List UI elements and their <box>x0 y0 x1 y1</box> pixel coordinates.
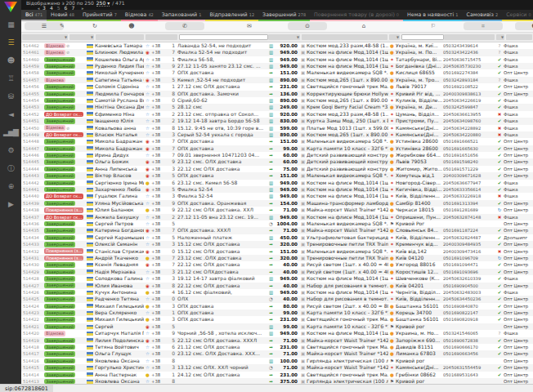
client-phone[interactable]: +38 <box>151 125 168 131</box>
table-row[interactable]: 514422 Завершений Михаил Гилецький ● +38… <box>21 316 533 323</box>
client-phone[interactable]: +38 <box>151 261 168 268</box>
client-phone[interactable]: +38 <box>151 145 168 152</box>
table-row[interactable]: 514456 Завершений Соломія Сідоніна ☆ +38… <box>21 83 533 90</box>
client-phone[interactable]: +38 <box>151 49 168 56</box>
table-row[interactable]: 514462 Відмова⊘ Каневська Тамара ... ☆ +… <box>21 42 533 49</box>
client-phone[interactable]: +38 <box>151 104 168 110</box>
client-phone[interactable]: +38 <box>151 220 168 227</box>
table-row[interactable]: 514418 Завершений Тетяна Войтович ☆ +38 … <box>21 344 533 350</box>
table-row[interactable]: 514427 Завершений Юлия Иванова ◉ +38 8 2… <box>21 283 533 289</box>
finance-icon[interactable]: ♖ <box>0 69 21 87</box>
client-phone[interactable]: +38 <box>151 241 168 247</box>
table-row[interactable]: 514432 Повернення (з... Станіслав Стрижа… <box>21 248 533 255</box>
status-tab[interactable]: Всі 471 <box>21 10 47 21</box>
table-row[interactable]: 514452 ДО Возврат ск... Єфименко Ніна ☆ … <box>21 111 533 118</box>
client-phone[interactable]: +38 <box>151 138 168 145</box>
client-phone[interactable]: +38 <box>151 111 168 118</box>
table-row[interactable]: 514457 Відмова Сапегина Татьяна С... ◉ +… <box>21 77 533 83</box>
table-row[interactable]: 514448 Завершений Микола Бадражан ◉ +38 … <box>21 138 533 145</box>
client-phone[interactable]: +38 <box>151 158 168 165</box>
client-phone[interactable]: +38 <box>151 56 168 63</box>
info-icon[interactable]: ⓘ <box>0 159 21 177</box>
column-filter[interactable]: ▼ <box>22 34 68 40</box>
marketing-icon[interactable]: ◄ <box>0 105 21 123</box>
client-phone[interactable]: +38 <box>151 77 168 83</box>
clients-icon[interactable]: ☻ <box>0 51 21 69</box>
dashboard-icon[interactable]: ▦ <box>0 16 21 33</box>
status-tab[interactable]: Нема в наявності 1 <box>403 10 462 21</box>
client-phone[interactable]: +38 <box>151 180 168 186</box>
payment-icon[interactable]: ⊙ <box>288 22 327 30</box>
status-tab[interactable]: Відправлений 12 <box>205 10 258 21</box>
client-phone[interactable]: +38 <box>151 186 168 193</box>
status-tab[interactable]: Прийнятий 7 <box>78 10 121 21</box>
table-row[interactable]: 514415 Завершений Горгулько Христина... … <box>21 364 533 371</box>
column-filter[interactable]: ▼ <box>268 34 300 40</box>
table-row[interactable]: 514429 Завершений Надія Мерзаєва ☆ +38 3… <box>21 269 533 275</box>
client-phone[interactable]: +38 <box>151 303 168 310</box>
table-row[interactable]: 514449 ДО Возврат ск... Власюк Наталья ☆… <box>21 131 533 138</box>
client-phone[interactable]: +38 <box>151 152 168 158</box>
client-phone[interactable]: +38 <box>151 372 168 378</box>
edit-icon[interactable]: ✎ <box>57 22 67 30</box>
table-row[interactable]: 514455 Завершений Людмила Гончарова ☆ +3… <box>21 91 533 97</box>
client-phone[interactable]: +38 <box>151 275 168 282</box>
column-filter[interactable] <box>96 34 144 40</box>
table-row[interactable]: 514419 Завершений Лилия Подолинская ◉ +3… <box>21 337 533 344</box>
column-filter[interactable] <box>179 34 268 40</box>
client-phone[interactable]: +38 <box>151 42 168 49</box>
client-phone[interactable]: +38 <box>151 193 168 199</box>
status-tab[interactable]: Повернення товару (в дорозі) 0 <box>310 10 403 21</box>
client-phone[interactable]: +38 <box>151 283 168 289</box>
client-phone[interactable]: +38 <box>151 118 168 124</box>
table-row[interactable]: 514447 Завершений Микола Бадражан ◉ +38 … <box>21 145 533 152</box>
table-row[interactable]: 514420 Відмова Ситарчук Наталія Гр... ☆ … <box>21 330 533 336</box>
ttn-scan-icon[interactable]: ⌗ <box>464 22 503 30</box>
table-row[interactable]: 514439 Завершений Уляна Мусійовська ☆ +3… <box>21 200 533 207</box>
client-phone[interactable]: +38 <box>151 316 168 323</box>
status-tab[interactable]: Запакований 1 <box>158 10 206 21</box>
table-row[interactable]: 514461 Відмова⊘ Близнюк Людмила ... ◉ +3… <box>21 49 533 56</box>
column-filter[interactable]: ▼ <box>69 34 94 40</box>
client-phone[interactable]: +38 <box>151 248 168 255</box>
table-row[interactable]: 514453 Завершений Нікітіна Оксана Дми...… <box>21 104 533 110</box>
table-row[interactable]: 514443 Завершений Віктор Власов ◉ +38 5 … <box>21 172 533 179</box>
status-tab[interactable]: Новий 48 <box>47 10 78 21</box>
table-row[interactable]: 514414 Завершений Анна Пастернак ● +38 1… <box>21 372 533 378</box>
page-size-select[interactable]: 250 ▾ <box>96 1 110 7</box>
client-phone[interactable]: +38 <box>151 364 168 371</box>
table-row[interactable]: 514423 Завершений Вера Скляренко ☆ +38 1… <box>21 310 533 316</box>
table-row[interactable]: 514441 Завершений Захарченко Люба ◉ +38 … <box>21 186 533 193</box>
table-row[interactable]: 514435 Завершений Катерина Богданова ◉ +… <box>21 227 533 234</box>
status-tab[interactable]: Самовивіз 2 <box>462 10 502 21</box>
table-row[interactable]: 514413 Завершений Яковлева Оксана ☆ +38 … <box>21 378 533 384</box>
table-row[interactable]: 514444 Завершений Анна Липенська ◉ +38 3… <box>21 166 533 172</box>
video-icon[interactable]: ▶ <box>0 195 21 213</box>
app-logo-icon[interactable] <box>4 2 17 12</box>
table-row[interactable]: 514459 Завершений Руденко Лидия Пав... ☆… <box>21 63 533 69</box>
client-phone[interactable]: +38 <box>151 323 168 330</box>
table-row[interactable]: 514454 Завершений Самотій Руслана Во... … <box>21 97 533 104</box>
client-phone[interactable]: +38 <box>151 344 168 350</box>
table-row[interactable]: 514424 Завершений Михаил Гилецький ● +38… <box>21 303 533 310</box>
table-row[interactable]: 514431 Повернення (з... Андрій Ткаченко … <box>21 255 533 261</box>
client-phone[interactable]: +38 <box>151 310 168 316</box>
column-filter[interactable]: ▼ <box>389 34 400 40</box>
client-phone[interactable]: +38 <box>151 63 168 69</box>
client-phone[interactable]: +38 <box>151 227 168 234</box>
table-row[interactable]: 514442 Завершений Сергіюнко Ірина Ми... … <box>21 180 533 186</box>
status-tab[interactable]: Відмова 42 <box>121 10 158 21</box>
network-icon[interactable]: ⊕ <box>0 177 21 195</box>
cart-icon[interactable]: ⛁ <box>0 87 21 105</box>
orders-icon[interactable]: ☰ <box>0 33 21 51</box>
client-phone[interactable]: +38 <box>151 234 168 241</box>
column-filter[interactable]: ▼ <box>496 34 504 40</box>
table-row[interactable]: 514436 Завершений Сергей Петров ☆ +38 5 … <box>21 220 533 227</box>
column-filter[interactable] <box>146 34 177 40</box>
table-row[interactable]: 514445 Завершений Ольга Божик ◉ +38 9 23… <box>21 158 533 165</box>
client-phone[interactable]: +38 <box>151 166 168 172</box>
table-row[interactable]: 514416 Завершений Яковлева Оксана ☆ +38 … <box>21 358 533 364</box>
manager-icon[interactable]: ☻ <box>515 22 533 30</box>
table-row[interactable]: 514426 Завершений Кучук Антонина ● +38 4… <box>21 289 533 296</box>
client-phone[interactable]: +38 <box>151 289 168 296</box>
